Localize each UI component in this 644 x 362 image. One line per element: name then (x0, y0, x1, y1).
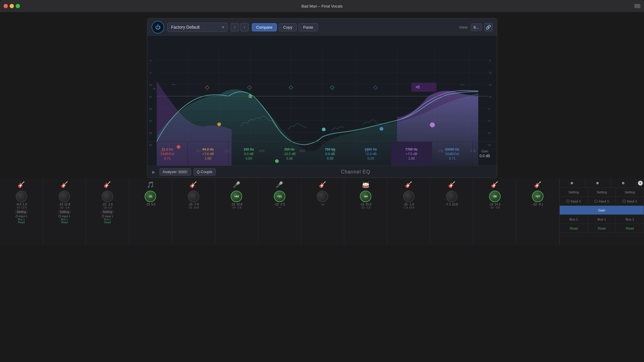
close-button[interactable] (4, 4, 8, 8)
prev-button[interactable]: ‹ (231, 23, 239, 31)
ch12-val2: 14.2 (495, 203, 500, 206)
ch12-values: -16 14.2 (489, 203, 501, 206)
right-panel: ● Setting Setting Setting Input 1 (559, 179, 644, 245)
view-section: View: 8... 🔗 (459, 23, 493, 31)
preset-label: Factory Default (171, 25, 200, 30)
ch4-icon: 🎵 (146, 180, 155, 189)
rp-setting-3[interactable]: Setting (616, 188, 644, 196)
ch2-knob[interactable] (59, 191, 70, 202)
ch6-val1: -15 (231, 203, 235, 206)
rp-read-2[interactable]: Read (588, 224, 616, 233)
band-5-freq: 750 Hz (325, 148, 335, 151)
band-2-info[interactable]: 94.0 Hz +7.0 dB 1.00 (188, 142, 229, 166)
preset-dropdown[interactable]: Factory Default ▼ (167, 23, 228, 32)
ch3-bus: Bus 1 (104, 218, 111, 221)
band-6-q: 0.20 (367, 157, 374, 160)
maximize-button[interactable] (16, 4, 20, 8)
ch9-knob[interactable]: -64 (360, 191, 371, 202)
paste-button[interactable]: Paste (299, 23, 318, 31)
ch7-values: -19 -2.5 (274, 203, 285, 206)
rp-setting-2[interactable]: Setting (588, 188, 616, 196)
ch11-val2: 10.8 (452, 203, 458, 206)
eq-display: ⌒ ◇ ◇ ◇ ◇ ◇ ⊲ ⌒ (147, 36, 497, 166)
ch7-knob[interactable]: +21 (274, 191, 285, 202)
ch1-meter: -2312.8 (16, 206, 27, 209)
ch1-values: -8.4 1.3 (16, 203, 27, 206)
rp-setting-1[interactable]: Setting (560, 188, 588, 196)
title-bar: Bad Man – Final Vocals (0, 0, 644, 12)
svg-text:+: + (153, 86, 155, 91)
ch4-knob[interactable]: -21 (145, 191, 156, 202)
ch5-knob[interactable] (188, 191, 199, 202)
ch6-icon: 🎤 (232, 180, 241, 189)
ch6-knob-label: +63 (234, 195, 239, 198)
svg-point-22 (430, 122, 435, 127)
ch13-knob[interactable]: +27 (532, 191, 543, 202)
ch10-values: -15 -1.6 (403, 203, 414, 206)
mixer-channel-4: 🎵 -21 -23 0.0 (129, 179, 172, 245)
q-couple-button[interactable]: Q-Couple (194, 168, 216, 176)
rp-read-1[interactable]: Read (560, 224, 588, 233)
ch9-knob-label: -64 (364, 195, 368, 198)
analyzer-button[interactable]: Analyzer POST (159, 168, 191, 176)
band-4-info[interactable]: 250 Hz -10.5 dB 0.30 (269, 142, 310, 166)
ch10-knob[interactable] (403, 191, 415, 202)
band-1-info[interactable]: 31.6 Hz 24dB/Oct 0.71 (147, 142, 188, 166)
ch6-knob[interactable]: +63 (231, 191, 242, 202)
mixer-section: 🎸 -8.4 1.3 -2312.8 Setting Input 1 (0, 179, 644, 245)
svg-text:15: 15 (149, 95, 152, 98)
ch13-knob-label: +27 (536, 195, 540, 198)
band-8-info[interactable]: 20000 Hz 24dB/Oct 0.71 (432, 142, 473, 166)
rp-gain-button[interactable]: Gain (560, 206, 644, 214)
svg-text:⌒: ⌒ (459, 84, 465, 90)
copy-button[interactable]: Copy (279, 23, 297, 31)
ch8-knob[interactable] (317, 191, 328, 202)
rp-settings-row: Setting Setting Setting (560, 188, 644, 197)
ch5-values: -15 -7.6 (188, 203, 199, 206)
ch9-meter: -15-1.6 (361, 206, 371, 209)
rp-read-3[interactable]: Read (616, 224, 644, 233)
band-5-info[interactable]: 750 Hz 0.0 dB 0.30 (310, 142, 351, 166)
svg-text:◇: ◇ (247, 84, 251, 90)
ch3-meter: -230.0 (103, 206, 112, 209)
next-button[interactable]: › (240, 23, 249, 31)
svg-text:25: 25 (149, 119, 152, 122)
bottom-bar: ▶ Analyzer POST Q-Couple Channel EQ (147, 166, 497, 178)
ch7-knob-label: +21 (277, 195, 282, 198)
ch3-knob[interactable] (102, 191, 113, 202)
view-label: View: (459, 25, 469, 30)
ch9-values: -15 15.0 (360, 203, 371, 206)
rp-input-1: Input 1 (560, 197, 588, 205)
band-1-freq: 31.6 Hz (162, 148, 173, 151)
rp-bus-2: Bus 1 (588, 215, 616, 224)
band-7-info[interactable]: 7700 Hz +7.0 dB 1.00 (391, 142, 432, 166)
ch12-knob[interactable]: -26 (489, 191, 501, 202)
ch12-val1: -16 (489, 203, 493, 206)
collapse-button[interactable] (634, 4, 640, 8)
band-1-gain: 24dB/Oct (160, 152, 174, 156)
play-button[interactable]: ▶ (151, 169, 157, 175)
ch11-knob[interactable] (446, 191, 457, 202)
ch3-setting[interactable]: Setting (101, 210, 114, 214)
band-6-info[interactable]: 2400 Hz +2.0 dB 0.20 (351, 142, 391, 166)
ch10-val1: -15 (403, 203, 408, 206)
ch1-setting[interactable]: Setting (15, 210, 28, 214)
band-3-info[interactable]: 100 Hz 0.0 dB 0.60 (229, 142, 269, 166)
link-button[interactable]: 🔗 (484, 23, 493, 31)
compare-button[interactable]: Compare (252, 23, 277, 31)
band-2-gain: +7.0 dB (202, 152, 214, 156)
ch10-meter: -7.310.8 (403, 206, 414, 209)
rp-gain-row: Gain (560, 206, 644, 215)
ch2-setting[interactable]: Setting (58, 210, 71, 214)
rp-input-2: Input 1 (588, 197, 616, 205)
plugin-name: Channel EQ (218, 169, 493, 175)
band-6-freq: 2400 Hz (365, 148, 377, 151)
analyzer-label: Analyzer (163, 170, 177, 174)
ch1-knob[interactable] (16, 191, 27, 202)
ch9-icon: 🥁 (361, 180, 370, 189)
ch1-input: Input 1 (16, 215, 27, 218)
minimize-button[interactable] (10, 4, 14, 8)
view-select[interactable]: 8... (471, 24, 482, 31)
ch13-icon: 🎸 (533, 180, 543, 189)
power-button[interactable]: ⏻ (152, 21, 164, 33)
